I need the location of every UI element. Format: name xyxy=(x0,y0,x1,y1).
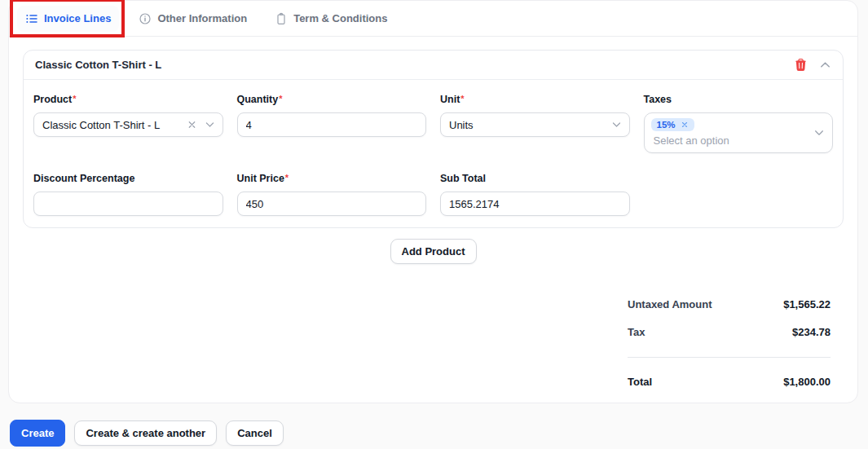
sub-total-field: Sub Total xyxy=(440,173,630,216)
total-label: Total xyxy=(628,376,652,388)
tax-row: Tax $234.78 xyxy=(628,326,831,338)
totals-summary: Untaxed Amount $1,565.22 Tax $234.78 Tot… xyxy=(628,298,831,388)
totals-divider xyxy=(628,357,831,358)
tab-label: Term & Conditions xyxy=(293,12,387,24)
clear-icon[interactable] xyxy=(187,120,197,130)
chevron-up-icon xyxy=(819,59,831,71)
unit-selected-value: Units xyxy=(449,119,474,131)
tab-label: Invoice Lines xyxy=(44,12,111,24)
tax-chip: 15% xyxy=(651,118,694,131)
untaxed-amount-row: Untaxed Amount $1,565.22 xyxy=(628,298,831,310)
unit-price-field: Unit Price xyxy=(237,173,427,216)
fields-row-2: Discount Percentage Unit Price Sub Total xyxy=(33,173,833,216)
create-button[interactable]: Create xyxy=(10,420,65,447)
tab-content: Classic Cotton T-Shirt - L xyxy=(9,37,857,388)
chevron-down-icon[interactable] xyxy=(611,120,622,130)
invoice-line-body: Product Classic Cotton T-Shirt - L xyxy=(24,80,843,227)
taxes-label: Taxes xyxy=(644,94,834,105)
unit-price-label: Unit Price xyxy=(237,173,427,184)
tab-term-conditions[interactable]: Term & Conditions xyxy=(267,6,395,32)
chevron-down-icon[interactable] xyxy=(813,127,825,139)
remove-tax-icon[interactable] xyxy=(681,121,689,129)
taxes-multiselect[interactable]: 15% Select an option xyxy=(644,112,834,153)
trash-icon xyxy=(794,58,808,72)
product-field: Product Classic Cotton T-Shirt - L xyxy=(33,94,223,137)
tabs-bar: Invoice Lines Other Information Term & C… xyxy=(9,1,857,37)
quantity-field: Quantity xyxy=(237,94,427,137)
footer-actions: Create Create & create another Cancel xyxy=(10,420,868,447)
tab-invoice-lines[interactable]: Invoice Lines xyxy=(17,6,119,32)
discount-label: Discount Percentage xyxy=(33,173,223,184)
add-product-row: Add Product xyxy=(23,239,844,264)
sub-total-input[interactable] xyxy=(440,191,630,216)
unit-price-input[interactable] xyxy=(237,191,427,216)
add-product-button[interactable]: Add Product xyxy=(390,239,477,264)
tax-chip-label: 15% xyxy=(657,120,676,130)
info-icon xyxy=(139,12,152,25)
clipboard-icon xyxy=(275,12,288,25)
taxes-field: Taxes 15% Select an option xyxy=(644,94,834,153)
untaxed-amount-value: $1,565.22 xyxy=(783,298,831,310)
invoice-line-header: Classic Cotton T-Shirt - L xyxy=(24,51,843,80)
tax-label: Tax xyxy=(628,326,645,338)
form-panel: Invoice Lines Other Information Term & C… xyxy=(8,0,858,403)
tax-value: $234.78 xyxy=(792,326,831,338)
tab-invoice-lines-wrap: Invoice Lines xyxy=(17,6,119,32)
tab-label: Other Information xyxy=(157,12,247,24)
collapse-line-button[interactable] xyxy=(819,59,831,71)
fields-row-1: Product Classic Cotton T-Shirt - L xyxy=(33,94,833,153)
taxes-placeholder: Select an option xyxy=(651,134,810,147)
list-icon xyxy=(25,12,38,25)
discount-field: Discount Percentage xyxy=(33,173,223,216)
unit-field: Unit Units xyxy=(440,94,630,137)
create-and-create-another-button[interactable]: Create & create another xyxy=(74,420,217,446)
untaxed-amount-label: Untaxed Amount xyxy=(628,298,712,310)
invoice-line-title: Classic Cotton T-Shirt - L xyxy=(35,59,161,71)
chevron-down-icon[interactable] xyxy=(205,120,215,130)
unit-label: Unit xyxy=(440,94,630,105)
unit-select[interactable]: Units xyxy=(440,112,630,137)
invoice-line-card: Classic Cotton T-Shirt - L xyxy=(23,50,844,228)
cancel-button[interactable]: Cancel xyxy=(226,420,284,446)
quantity-label: Quantity xyxy=(237,94,427,105)
product-selected-value: Classic Cotton T-Shirt - L xyxy=(42,119,160,131)
tab-other-information[interactable]: Other Information xyxy=(130,6,255,32)
total-value: $1,800.00 xyxy=(783,376,831,388)
sub-total-label: Sub Total xyxy=(440,173,630,184)
product-label: Product xyxy=(33,94,223,105)
discount-input[interactable] xyxy=(33,191,223,216)
invoice-line-actions xyxy=(794,58,831,72)
delete-line-button[interactable] xyxy=(794,58,808,72)
total-row: Total $1,800.00 xyxy=(628,376,831,388)
quantity-input[interactable] xyxy=(237,112,427,137)
